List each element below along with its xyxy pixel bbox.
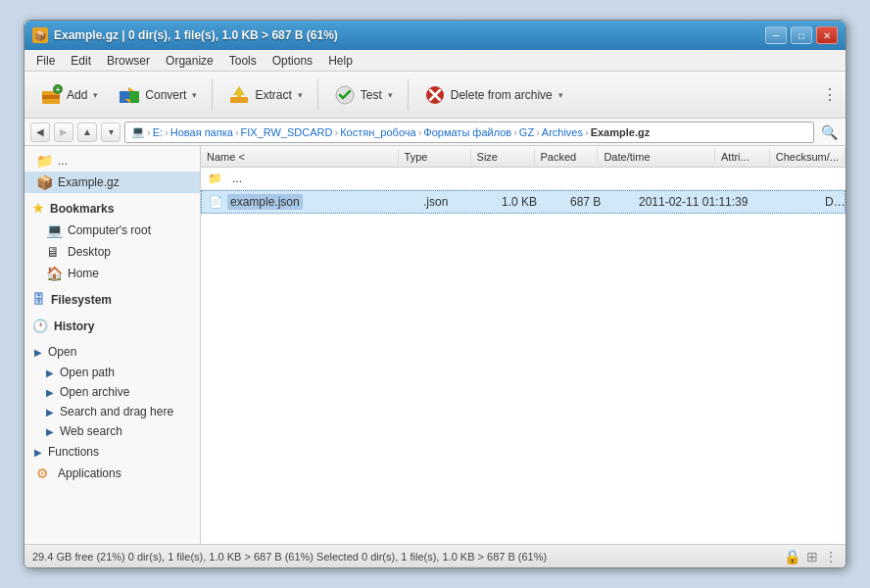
status-icons: 🔒 ⊞ ⋮ <box>784 549 838 564</box>
svg-rect-11 <box>237 91 241 97</box>
sidebar-open-section[interactable]: ▶ Open <box>24 341 200 363</box>
breadcrumb-e[interactable]: E: <box>153 126 163 138</box>
test-label: Test <box>361 88 382 102</box>
sidebar-functions-section[interactable]: ▶ Functions <box>24 441 200 463</box>
sidebar-home[interactable]: 🏠 Home <box>24 263 200 284</box>
close-button[interactable]: ✕ <box>816 26 838 44</box>
parent-dir-name: ... <box>226 170 248 187</box>
breadcrumb-gz[interactable]: GZ <box>519 126 534 138</box>
breadcrumb-fix[interactable]: FIX_RW_SDCARD <box>241 126 333 138</box>
search-icon: 🔍 <box>821 124 838 140</box>
col-header-packed[interactable]: Packed <box>535 149 599 165</box>
computer-icon: 💻 <box>46 222 62 238</box>
maximize-button[interactable]: □ <box>791 26 812 44</box>
sidebar-history-section[interactable]: 🕐 History <box>24 315 200 337</box>
sidebar-functions-label: Functions <box>48 445 99 459</box>
sidebar-bookmarks-section[interactable]: ★ Bookmarks <box>24 197 200 220</box>
delete-label: Delete from archive <box>451 88 553 102</box>
sidebar-applications[interactable]: ⚙ Applications <box>24 463 200 484</box>
grid-icon[interactable]: ⊞ <box>806 549 818 564</box>
address-bar: ◀ ▶ ▲ ▾ 💻 › E: › Новая папка › FIX_RW_SD… <box>24 119 846 146</box>
add-icon: + <box>39 83 63 107</box>
col-header-date[interactable]: Date/time <box>598 149 715 165</box>
menu-tools[interactable]: Tools <box>221 52 265 70</box>
sidebar-computer-label: Computer's root <box>68 223 151 237</box>
breadcrumb-example[interactable]: Example.gz <box>591 126 651 138</box>
menu-browser[interactable]: Browser <box>99 52 158 70</box>
sidebar-computer-root[interactable]: 💻 Computer's root <box>24 220 200 241</box>
sidebar-open-path[interactable]: ▶ Open path <box>24 363 200 382</box>
extract-button[interactable]: Extract ▾ <box>218 76 311 114</box>
sidebar-history-label: History <box>54 319 94 333</box>
history-icon: 🕐 <box>32 318 48 333</box>
menu-options[interactable]: Options <box>265 52 320 70</box>
up-icon: ▲ <box>82 126 92 137</box>
col-header-size[interactable]: Size <box>471 149 535 165</box>
extract-arrow-icon: ▾ <box>298 90 303 100</box>
sidebar-open-label: Open <box>48 345 76 359</box>
breadcrumb-sep-6: › <box>536 126 540 138</box>
breadcrumb-computer[interactable]: 💻 <box>131 125 145 138</box>
svg-rect-0 <box>42 99 60 104</box>
col-header-name[interactable]: Name < <box>201 149 399 165</box>
parent-dir-row[interactable]: 📁 ... <box>201 168 846 190</box>
toolbar-more-button[interactable]: ⋮ <box>820 79 840 111</box>
sidebar-bookmarks-label: Bookmarks <box>50 202 114 216</box>
functions-arrow-icon: ▶ <box>34 447 42 458</box>
file-area: Name < Type Size Packed Date/time Attri.… <box>201 146 846 544</box>
nav-dropdown-button[interactable]: ▾ <box>101 122 121 142</box>
convert-label: Convert <box>145 88 186 102</box>
breadcrumb-archives[interactable]: Archives <box>542 126 583 138</box>
lock-icon[interactable]: 🔒 <box>784 549 800 564</box>
window-title: Example.gz | 0 dir(s), 1 file(s), 1.0 KB… <box>54 28 338 42</box>
nav-up-button[interactable]: ▲ <box>77 122 97 142</box>
home-icon: 🏠 <box>46 266 62 281</box>
breadcrumb-kostyan[interactable]: Костян_робоча <box>340 126 415 138</box>
nav-forward-button[interactable]: ▶ <box>54 122 73 142</box>
test-button[interactable]: Test ▾ <box>324 76 402 114</box>
table-row[interactable]: 📄 example.json .json 1.0 KB 687 B 2011-0… <box>201 190 846 214</box>
col-header-check[interactable]: Checksum/... <box>770 149 846 165</box>
sidebar-parent-dir[interactable]: 📁 ... <box>24 150 200 172</box>
parent-dir-row-icon: 📁 <box>207 171 222 186</box>
sidebar-current-archive[interactable]: 📦 Example.gz <box>24 172 200 193</box>
sidebar-desktop[interactable]: 🖥 Desktop <box>24 241 200 263</box>
convert-button[interactable]: Convert ▾ <box>109 76 206 114</box>
menu-edit[interactable]: Edit <box>63 52 99 70</box>
convert-arrow-icon: ▾ <box>192 90 197 100</box>
delete-icon <box>423 83 447 107</box>
breadcrumb-folder[interactable]: Новая папка <box>170 126 233 138</box>
menu-help[interactable]: Help <box>320 52 361 70</box>
toolbar-separator-3 <box>408 79 409 111</box>
sidebar-web-search[interactable]: ▶ Web search <box>24 421 200 441</box>
breadcrumb-sep-1: › <box>165 126 169 138</box>
search-drag-icon: ▶ <box>46 407 54 417</box>
minimize-button[interactable]: ─ <box>765 26 787 44</box>
more-icon[interactable]: ⋮ <box>824 549 838 564</box>
toolbar-separator-2 <box>317 79 318 111</box>
status-bar: 29.4 GB free (21%) 0 dir(s), 1 file(s), … <box>24 544 846 567</box>
menu-organize[interactable]: Organize <box>158 52 221 70</box>
sidebar-search-drag[interactable]: ▶ Search and drag here <box>24 402 200 421</box>
title-bar: 📦 Example.gz | 0 dir(s), 1 file(s), 1.0 … <box>24 21 846 50</box>
delete-button[interactable]: Delete from archive ▾ <box>414 76 572 114</box>
open-arrow-icon: ▶ <box>34 347 42 358</box>
sidebar-open-archive[interactable]: ▶ Open archive <box>24 382 200 402</box>
col-header-type[interactable]: Type <box>399 149 471 165</box>
breadcrumb-formats[interactable]: Форматы файлов <box>423 126 511 138</box>
bookmarks-star-icon: ★ <box>32 201 44 216</box>
app-icon: 📦 <box>32 27 48 43</box>
extract-icon <box>227 83 251 107</box>
sidebar-filesystem-section[interactable]: 🗄 Filesystem <box>24 288 200 311</box>
nav-back-button[interactable]: ◀ <box>30 122 50 142</box>
main-content: 📁 ... 📦 Example.gz ★ Bookmarks 💻 Compute… <box>24 146 846 544</box>
col-header-attr[interactable]: Attri... <box>715 149 770 165</box>
sidebar-open-path-label: Open path <box>60 366 115 379</box>
menu-file[interactable]: File <box>28 52 63 70</box>
menu-bar: File Edit Browser Organize Tools Options… <box>24 50 846 72</box>
test-icon <box>333 83 357 107</box>
sidebar-applications-label: Applications <box>58 466 121 480</box>
file-list-body: 📁 ... 📄 example.json .json 1.0 KB 687 B … <box>201 168 846 544</box>
search-button[interactable]: 🔍 <box>818 122 840 143</box>
add-button[interactable]: + Add ▾ <box>30 76 107 114</box>
